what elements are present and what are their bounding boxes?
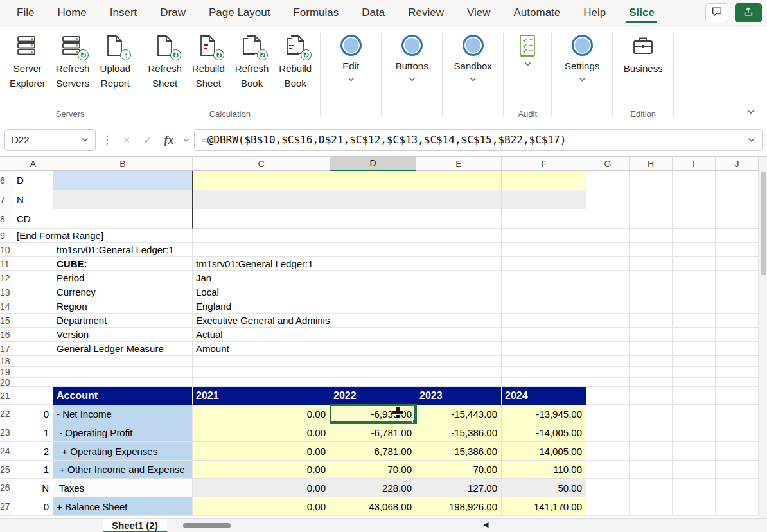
cell-H22[interactable]: [630, 405, 673, 423]
cell-E10[interactable]: [416, 243, 502, 257]
cell-H14[interactable]: [630, 299, 673, 314]
cell-E23[interactable]: -15,386.00: [416, 423, 502, 442]
cell-A8[interactable]: CD: [13, 209, 53, 229]
cell-C17[interactable]: Amount: [193, 342, 330, 356]
cell-G27[interactable]: [586, 497, 630, 516]
ribbon-collapse-button[interactable]: [746, 107, 755, 116]
cell-E17[interactable]: [416, 342, 502, 356]
cell-A25[interactable]: 1: [13, 461, 53, 479]
comments-button[interactable]: [705, 3, 728, 22]
cell-C19[interactable]: [193, 367, 330, 378]
column-header-B[interactable]: B: [53, 157, 193, 171]
cell-E20[interactable]: [416, 378, 502, 387]
cell-H26[interactable]: [630, 479, 673, 497]
cell-I24[interactable]: [673, 442, 716, 461]
ribbon-button-refresh-sheet[interactable]: ↻RefreshSheet: [143, 28, 187, 92]
cell-D8[interactable]: [330, 209, 416, 229]
cell-G13[interactable]: [586, 285, 630, 299]
cell-B18[interactable]: [53, 356, 193, 367]
cell-C24[interactable]: 0.00: [193, 442, 330, 461]
cell-H13[interactable]: [630, 285, 673, 299]
ribbon-button-refresh-book[interactable]: ↻RefreshBook: [230, 28, 274, 92]
cell-G22[interactable]: [586, 405, 630, 423]
cell-C8[interactable]: [193, 209, 330, 229]
vertical-scrollbar[interactable]: [759, 157, 767, 518]
cell-E27[interactable]: 198,926.00: [416, 497, 502, 516]
cell-J26[interactable]: [716, 479, 759, 497]
cell-B27[interactable]: + Balance Sheet: [53, 497, 193, 516]
cell-J15[interactable]: [716, 314, 759, 328]
menu-tab-help[interactable]: Help: [572, 0, 617, 25]
menu-tab-formulas[interactable]: Formulas: [281, 0, 350, 25]
cell-A16[interactable]: [13, 328, 53, 342]
cell-B20[interactable]: [53, 378, 193, 387]
cell-F13[interactable]: [502, 285, 586, 299]
cell-B10[interactable]: tm1srv01:General Ledger:1: [53, 243, 193, 257]
cell-I18[interactable]: [673, 356, 716, 367]
cell-A20[interactable]: [13, 378, 53, 387]
cell-B11[interactable]: CUBE:: [53, 257, 193, 271]
cell-H6[interactable]: [630, 171, 673, 190]
cell-H9[interactable]: [630, 229, 673, 243]
cell-J6[interactable]: [716, 171, 759, 190]
cell-E25[interactable]: 70.00: [416, 461, 502, 479]
cell-F11[interactable]: [502, 257, 586, 271]
cell-H17[interactable]: [630, 342, 673, 356]
cell-C21[interactable]: 2021: [193, 387, 330, 405]
cell-G24[interactable]: [586, 442, 630, 461]
cell-B17[interactable]: General Ledger Measure: [53, 342, 193, 356]
ribbon-button-rebuild-sheet[interactable]: ↻RebuildSheet: [187, 28, 230, 92]
cell-B16[interactable]: Version: [53, 328, 193, 342]
cell-D16[interactable]: [330, 328, 416, 342]
cell-J20[interactable]: [716, 378, 759, 387]
cell-C20[interactable]: [193, 378, 330, 387]
cell-C7[interactable]: [193, 190, 330, 209]
cell-C11[interactable]: tm1srv01:General Ledger:1: [193, 257, 330, 271]
cell-E21[interactable]: 2023: [416, 387, 502, 405]
select-all-corner[interactable]: [0, 157, 13, 171]
cell-H24[interactable]: [630, 442, 673, 461]
cell-H20[interactable]: [630, 378, 673, 387]
cell-A11[interactable]: [13, 257, 53, 271]
ribbon-button-business[interactable]: Business: [616, 28, 670, 78]
cell-J14[interactable]: [716, 299, 759, 314]
cell-E11[interactable]: [416, 257, 502, 271]
cell-E6[interactable]: [416, 171, 502, 190]
cell-A9[interactable]: [End Format Range]: [13, 229, 53, 243]
cell-A7[interactable]: N: [13, 190, 53, 209]
cell-F15[interactable]: [502, 314, 586, 328]
name-box[interactable]: D22: [4, 129, 96, 151]
cell-I16[interactable]: [673, 328, 716, 342]
row-header-9[interactable]: 9: [0, 229, 13, 243]
cell-C18[interactable]: [193, 356, 330, 367]
cell-J13[interactable]: [716, 285, 759, 299]
cell-J12[interactable]: [716, 271, 759, 285]
cell-F10[interactable]: [502, 243, 586, 257]
cell-F22[interactable]: -13,945.00: [502, 405, 586, 423]
cell-E14[interactable]: [416, 299, 502, 314]
cell-D27[interactable]: 43,068.00: [330, 497, 416, 516]
insert-function-icon[interactable]: fx: [161, 134, 177, 146]
name-box-chevron-icon[interactable]: [82, 137, 89, 142]
cell-D22[interactable]: -6,935.00: [330, 405, 416, 423]
cell-F12[interactable]: [502, 271, 586, 285]
cell-J7[interactable]: [716, 190, 759, 209]
cell-B8[interactable]: [53, 209, 193, 229]
cell-F16[interactable]: [502, 328, 586, 342]
cell-D26[interactable]: 228.00: [330, 479, 416, 497]
cell-F17[interactable]: [502, 342, 586, 356]
menu-tab-draw[interactable]: Draw: [148, 0, 197, 25]
ribbon-button-edit[interactable]: Edit: [324, 28, 378, 83]
cell-A24[interactable]: 2: [13, 442, 53, 461]
cell-D18[interactable]: [330, 356, 416, 367]
row-header-26[interactable]: 26: [0, 479, 13, 497]
menu-tab-page-layout[interactable]: Page Layout: [197, 0, 281, 25]
row-header-7[interactable]: 7: [0, 190, 13, 209]
cell-G7[interactable]: [586, 190, 630, 209]
function-chevron-icon[interactable]: [183, 138, 190, 142]
cell-B22[interactable]: - Net Income: [53, 405, 193, 423]
column-header-J[interactable]: J: [716, 157, 759, 171]
cell-A12[interactable]: [13, 271, 53, 285]
ribbon-button-refresh-servers[interactable]: ↻RefreshServers: [51, 28, 95, 92]
cell-A19[interactable]: [13, 367, 53, 378]
